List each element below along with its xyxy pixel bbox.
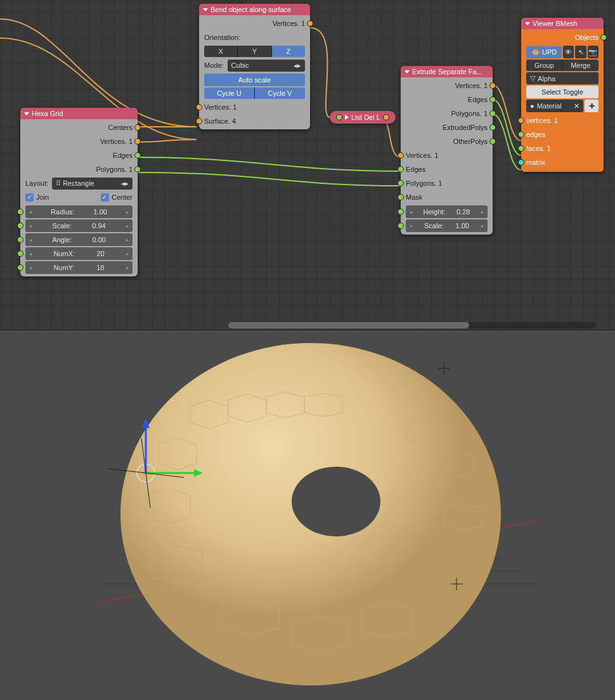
socket-in[interactable]	[518, 159, 524, 165]
numfield[interactable]: ◂Angle:0.00▸	[25, 233, 133, 246]
socket-in[interactable]	[17, 264, 23, 271]
eye-icon[interactable]: 👁	[563, 46, 574, 58]
input-vertices: Vertices. 1	[401, 148, 493, 162]
cycle-switch: Cycle U Cycle V	[204, 88, 305, 99]
output-vertices: Vertices. 1	[401, 79, 493, 93]
socket-in[interactable]	[398, 152, 404, 159]
node-header[interactable]: Viewer BMesh	[521, 18, 604, 29]
numfield[interactable]: ◂NumX:20▸	[25, 247, 133, 260]
socket-out[interactable]	[489, 96, 496, 103]
node-title: Extrude Separate Fa...	[412, 68, 482, 75]
group-button[interactable]: Group	[526, 60, 563, 71]
auto-scale-button[interactable]: Auto scale	[204, 74, 305, 86]
material-row: ● Material✕ ✚	[526, 100, 599, 112]
horizontal-scrollbar[interactable]	[228, 322, 596, 328]
socket-in[interactable]	[17, 237, 23, 243]
socket-out[interactable]	[489, 124, 496, 131]
socket-in[interactable]	[17, 250, 23, 257]
param-scale: ◂Scale:1.00▸	[401, 219, 493, 232]
add-material-icon[interactable]: ✚	[585, 100, 599, 112]
socket-in[interactable]	[398, 180, 404, 186]
socket-out[interactable]	[489, 110, 496, 117]
node-extrude-faces[interactable]: Extrude Separate Fa... Vertices. 1 Edges…	[401, 66, 493, 235]
node-header[interactable]: Extrude Separate Fa...	[401, 66, 493, 77]
cycle-v[interactable]: Cycle V	[255, 88, 305, 99]
join-checkbox[interactable]: ✓Join	[25, 193, 49, 202]
node-bend-surface[interactable]: Bend object along surface Vertices. 1 Or…	[199, 4, 310, 129]
merge-button[interactable]: Merge	[563, 60, 599, 71]
cycle-u[interactable]: Cycle U	[204, 88, 255, 99]
input-vertices: vertices. 1	[521, 113, 604, 127]
numfield[interactable]: ◂NumY:18▸	[25, 261, 133, 274]
socket-out[interactable]	[134, 138, 141, 145]
checkbox-row: ✓Join ✓Center	[20, 190, 138, 204]
socket-in[interactable]	[518, 145, 524, 152]
node-title: List Del L	[351, 113, 380, 121]
axis-z[interactable]: Z	[272, 46, 305, 57]
collapse-icon	[24, 112, 29, 115]
socket-out[interactable]	[134, 152, 141, 159]
numfield[interactable]: ◂Height:0.28▸	[406, 205, 488, 218]
3d-viewport[interactable]	[0, 330, 615, 700]
socket-in[interactable]	[398, 223, 404, 229]
output-edges: Edges	[20, 148, 138, 162]
node-list-del[interactable]: List Del L	[330, 111, 396, 124]
socket-in[interactable]	[196, 104, 202, 110]
node-hexa-grid[interactable]: Hexa Grid Centers Vertices. 1 Edges Poly…	[20, 108, 138, 276]
material-field[interactable]: ● Material✕	[526, 100, 583, 112]
numfield[interactable]: ◂Scale:1.00▸	[406, 219, 488, 232]
param-scale: ◂Scale:0.94▸	[20, 219, 138, 232]
axis-x[interactable]: X	[204, 46, 238, 57]
socket-in[interactable]	[398, 166, 404, 172]
upd-button[interactable]: 🐵 UPD	[526, 46, 562, 58]
socket-in[interactable]	[17, 209, 23, 215]
numfield[interactable]: ◂Radius:1.00▸	[25, 205, 133, 218]
socket-out[interactable]	[383, 114, 389, 120]
socket-in[interactable]	[196, 118, 202, 124]
layout-dropdown[interactable]: ⠿ Rectangle◂▸	[52, 178, 133, 190]
mode-dropdown[interactable]: Cubic◂▸	[228, 60, 305, 72]
input-polygons: Polygons. 1	[401, 176, 493, 190]
node-title: Viewer BMesh	[533, 20, 578, 27]
socket-out[interactable]	[134, 124, 141, 131]
toolbar-row: 🐵 UPD 👁 ↖ 📷	[526, 46, 599, 58]
node-title: Bend object along surface	[210, 6, 291, 13]
param-height: ◂Height:0.28▸	[401, 205, 493, 218]
axis-y[interactable]: Y	[238, 46, 271, 57]
layout-row: Layout: ⠿ Rectangle◂▸	[20, 176, 138, 190]
node-viewer-bmesh[interactable]: Viewer BMesh Objects 🐵 UPD 👁 ↖ 📷 Group M…	[521, 18, 604, 172]
output-centers: Centers	[20, 120, 138, 134]
param-numx: ◂NumX:20▸	[20, 247, 138, 260]
render-icon[interactable]: 📷	[588, 46, 599, 58]
socket-in[interactable]	[398, 209, 404, 215]
input-edges: edges	[521, 127, 604, 141]
socket-in[interactable]	[398, 194, 404, 200]
node-editor[interactable]: Hexa Grid Centers Vertices. 1 Edges Poly…	[0, 0, 615, 330]
socket-in[interactable]	[518, 117, 524, 124]
socket-out[interactable]	[489, 82, 496, 89]
param-radius: ◂Radius:1.00▸	[20, 205, 138, 218]
input-vertices: Vertices. 1	[199, 100, 310, 114]
socket-out[interactable]	[489, 138, 496, 145]
center-checkbox[interactable]: ✓Center	[101, 193, 133, 202]
socket-out[interactable]	[307, 20, 313, 27]
node-header[interactable]: Bend object along surface	[199, 4, 310, 15]
orientation-switch[interactable]: X Y Z	[204, 46, 305, 57]
cursor-icon[interactable]: ↖	[575, 46, 586, 58]
scrollbar-thumb[interactable]	[228, 322, 469, 328]
socket-in[interactable]	[518, 131, 524, 138]
param-angle: ◂Angle:0.00▸	[20, 233, 138, 246]
output-polygons: Polygons. 1	[20, 162, 138, 176]
socket-in[interactable]	[17, 223, 23, 229]
select-toggle-button[interactable]: Select Toggle	[526, 86, 599, 98]
input-edges: Edges	[401, 162, 493, 176]
numfield[interactable]: ◂Scale:0.94▸	[25, 219, 133, 232]
output-other: OtherPolys	[401, 134, 493, 148]
socket-out[interactable]	[134, 166, 141, 172]
socket-out[interactable]	[600, 34, 607, 41]
socket-in[interactable]	[336, 114, 342, 120]
alpha-row[interactable]: ▽ Alpha	[526, 72, 599, 84]
node-header[interactable]: Hexa Grid	[20, 108, 138, 119]
mode-row: Mode: Cubic◂▸	[199, 58, 310, 72]
output-vertices: Vertices. 1	[20, 134, 138, 148]
